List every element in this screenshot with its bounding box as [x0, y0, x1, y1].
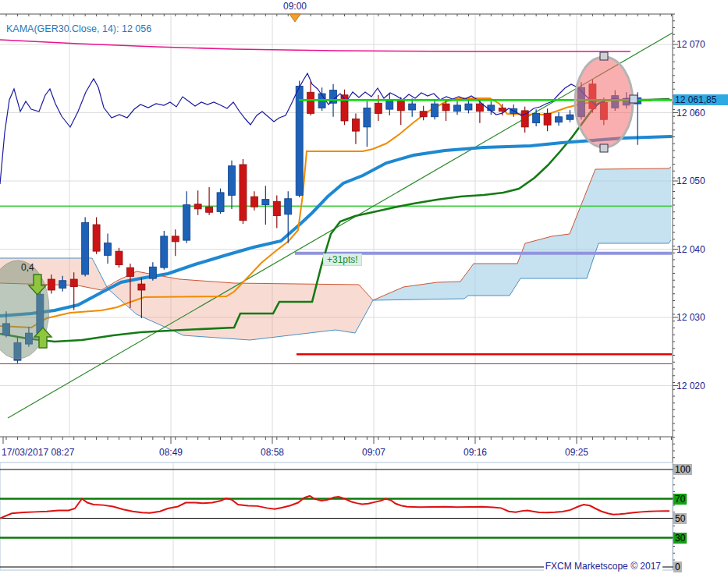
magenta-line: [0, 40, 630, 51]
spread-annotation: 0,4: [21, 262, 34, 273]
candle: [556, 112, 563, 126]
current-price-tag: 12 061,85: [673, 94, 728, 105]
time-axis-label: 09:25: [565, 447, 588, 458]
candle: [375, 95, 382, 121]
candle: [262, 186, 269, 225]
candle: [273, 195, 280, 228]
time-marker-icon[interactable]: [289, 14, 300, 22]
candle: [105, 233, 112, 264]
candle: [206, 187, 213, 215]
time-axis-label: 09:07: [362, 447, 385, 458]
price-axis-label: 12 020: [677, 381, 705, 392]
price-axis-label: 12 030: [677, 312, 705, 323]
candle: [566, 110, 574, 122]
chart-canvas[interactable]: [0, 0, 728, 574]
candle: [183, 191, 190, 243]
candle: [409, 98, 416, 117]
candle: [544, 108, 551, 131]
candle: [115, 248, 123, 268]
candle: [82, 217, 89, 276]
indicator-title: KAMA(GER30.Close, 14): 12 056: [6, 23, 151, 34]
candle: [386, 93, 393, 115]
time-axis-label: 17/03/2017 08:27: [2, 447, 74, 458]
watermark-credit: FXCM Marketscope © 2017: [544, 561, 662, 572]
oscillator-axis-label: 0: [673, 562, 682, 572]
chart-window: KAMA(GER30.Close, 14): 12 056 09:00 +31p…: [0, 0, 728, 574]
price-marker: [630, 95, 637, 103]
candle: [307, 81, 314, 115]
time-axis-label: 09:16: [463, 447, 487, 458]
time-axis-label: 08:49: [159, 447, 183, 458]
candle: [161, 231, 168, 270]
candle: [533, 109, 540, 126]
candle: [521, 107, 528, 133]
candle: [341, 90, 348, 126]
candle: [364, 101, 371, 147]
oscillator-axis-label: 100: [673, 464, 692, 475]
selection-handle[interactable]: [600, 52, 608, 60]
grid-layer: [0, 14, 672, 437]
candle: [397, 97, 404, 125]
candle: [149, 262, 156, 281]
candle: [93, 217, 100, 253]
navy-line: [0, 73, 634, 184]
price-axis-label: 12 070: [677, 39, 705, 50]
selection-handle[interactable]: [600, 144, 608, 152]
candle: [352, 113, 359, 144]
candle: [420, 106, 427, 120]
candle: [465, 100, 472, 114]
candle: [172, 229, 179, 256]
price-axis-label: 12 040: [677, 244, 705, 255]
price-axis-label: 12 060: [677, 108, 705, 119]
price-axis-label: 12 050: [677, 175, 705, 186]
candle: [194, 190, 201, 215]
candle: [250, 191, 257, 211]
candle: [431, 100, 439, 119]
candle: [217, 189, 224, 214]
candle: [296, 80, 303, 197]
oscillator-panel[interactable]: [0, 462, 678, 570]
candle: [240, 159, 247, 224]
oscillator-axis-label: 50: [673, 513, 687, 524]
candle: [229, 161, 236, 209]
oscillator-axis-label: 70: [673, 494, 687, 505]
time-axis-label: 08:58: [261, 447, 284, 458]
candle: [476, 99, 483, 123]
gain-annotation[interactable]: +31pts!: [323, 253, 362, 266]
time-marker-label: 09:00: [275, 1, 315, 12]
highlight-ellipse-right: [575, 57, 633, 147]
oscillator-axis-label: 30: [673, 533, 687, 544]
